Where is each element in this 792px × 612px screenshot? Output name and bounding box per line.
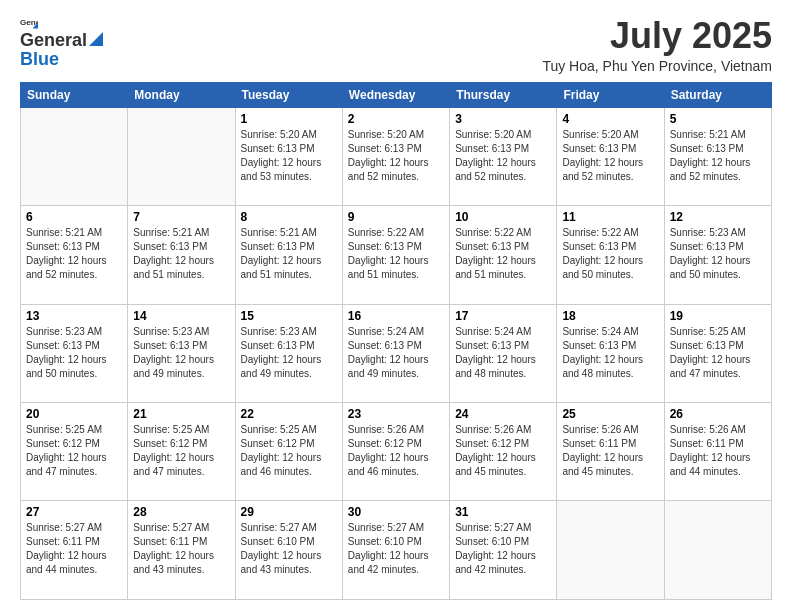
day-info: Sunrise: 5:26 AMSunset: 6:11 PMDaylight:…: [562, 423, 658, 479]
day-number: 26: [670, 407, 766, 421]
table-row: 19Sunrise: 5:25 AMSunset: 6:13 PMDayligh…: [664, 304, 771, 402]
header-tuesday: Tuesday: [235, 82, 342, 107]
day-number: 3: [455, 112, 551, 126]
table-row: 25Sunrise: 5:26 AMSunset: 6:11 PMDayligh…: [557, 403, 664, 501]
table-row: 24Sunrise: 5:26 AMSunset: 6:12 PMDayligh…: [450, 403, 557, 501]
table-row: 4Sunrise: 5:20 AMSunset: 6:13 PMDaylight…: [557, 107, 664, 205]
table-row: 12Sunrise: 5:23 AMSunset: 6:13 PMDayligh…: [664, 206, 771, 304]
table-row: 13Sunrise: 5:23 AMSunset: 6:13 PMDayligh…: [21, 304, 128, 402]
table-row: 26Sunrise: 5:26 AMSunset: 6:11 PMDayligh…: [664, 403, 771, 501]
day-number: 27: [26, 505, 122, 519]
day-number: 17: [455, 309, 551, 323]
table-row: 14Sunrise: 5:23 AMSunset: 6:13 PMDayligh…: [128, 304, 235, 402]
table-row: 21Sunrise: 5:25 AMSunset: 6:12 PMDayligh…: [128, 403, 235, 501]
day-info: Sunrise: 5:26 AMSunset: 6:11 PMDaylight:…: [670, 423, 766, 479]
day-number: 24: [455, 407, 551, 421]
day-number: 6: [26, 210, 122, 224]
day-number: 22: [241, 407, 337, 421]
subtitle: Tuy Hoa, Phu Yen Province, Vietnam: [542, 58, 772, 74]
table-row: [664, 501, 771, 600]
day-number: 8: [241, 210, 337, 224]
day-number: 2: [348, 112, 444, 126]
title-section: July 2025 Tuy Hoa, Phu Yen Province, Vie…: [542, 16, 772, 74]
day-info: Sunrise: 5:27 AMSunset: 6:10 PMDaylight:…: [455, 521, 551, 577]
table-row: 29Sunrise: 5:27 AMSunset: 6:10 PMDayligh…: [235, 501, 342, 600]
logo: General General Blue: [20, 16, 103, 70]
table-row: 8Sunrise: 5:21 AMSunset: 6:13 PMDaylight…: [235, 206, 342, 304]
header-sunday: Sunday: [21, 82, 128, 107]
day-info: Sunrise: 5:22 AMSunset: 6:13 PMDaylight:…: [562, 226, 658, 282]
day-number: 19: [670, 309, 766, 323]
day-info: Sunrise: 5:23 AMSunset: 6:13 PMDaylight:…: [26, 325, 122, 381]
table-row: [128, 107, 235, 205]
day-number: 28: [133, 505, 229, 519]
logo-blue: Blue: [20, 49, 59, 70]
calendar-week-row: 13Sunrise: 5:23 AMSunset: 6:13 PMDayligh…: [21, 304, 772, 402]
header-monday: Monday: [128, 82, 235, 107]
day-number: 12: [670, 210, 766, 224]
day-number: 25: [562, 407, 658, 421]
table-row: 6Sunrise: 5:21 AMSunset: 6:13 PMDaylight…: [21, 206, 128, 304]
table-row: [557, 501, 664, 600]
table-row: 30Sunrise: 5:27 AMSunset: 6:10 PMDayligh…: [342, 501, 449, 600]
header-wednesday: Wednesday: [342, 82, 449, 107]
day-info: Sunrise: 5:23 AMSunset: 6:13 PMDaylight:…: [670, 226, 766, 282]
day-info: Sunrise: 5:21 AMSunset: 6:13 PMDaylight:…: [670, 128, 766, 184]
calendar-table: Sunday Monday Tuesday Wednesday Thursday…: [20, 82, 772, 600]
calendar-week-row: 20Sunrise: 5:25 AMSunset: 6:12 PMDayligh…: [21, 403, 772, 501]
day-info: Sunrise: 5:24 AMSunset: 6:13 PMDaylight:…: [455, 325, 551, 381]
day-number: 5: [670, 112, 766, 126]
table-row: 1Sunrise: 5:20 AMSunset: 6:13 PMDaylight…: [235, 107, 342, 205]
table-row: 23Sunrise: 5:26 AMSunset: 6:12 PMDayligh…: [342, 403, 449, 501]
table-row: 16Sunrise: 5:24 AMSunset: 6:13 PMDayligh…: [342, 304, 449, 402]
day-info: Sunrise: 5:25 AMSunset: 6:12 PMDaylight:…: [241, 423, 337, 479]
day-info: Sunrise: 5:20 AMSunset: 6:13 PMDaylight:…: [562, 128, 658, 184]
table-row: 28Sunrise: 5:27 AMSunset: 6:11 PMDayligh…: [128, 501, 235, 600]
day-number: 21: [133, 407, 229, 421]
day-info: Sunrise: 5:25 AMSunset: 6:12 PMDaylight:…: [26, 423, 122, 479]
table-row: 3Sunrise: 5:20 AMSunset: 6:13 PMDaylight…: [450, 107, 557, 205]
table-row: 17Sunrise: 5:24 AMSunset: 6:13 PMDayligh…: [450, 304, 557, 402]
day-number: 13: [26, 309, 122, 323]
day-number: 20: [26, 407, 122, 421]
table-row: 7Sunrise: 5:21 AMSunset: 6:13 PMDaylight…: [128, 206, 235, 304]
day-number: 9: [348, 210, 444, 224]
table-row: 22Sunrise: 5:25 AMSunset: 6:12 PMDayligh…: [235, 403, 342, 501]
day-info: Sunrise: 5:22 AMSunset: 6:13 PMDaylight:…: [455, 226, 551, 282]
day-info: Sunrise: 5:24 AMSunset: 6:13 PMDaylight:…: [562, 325, 658, 381]
day-number: 29: [241, 505, 337, 519]
calendar-header-row: Sunday Monday Tuesday Wednesday Thursday…: [21, 82, 772, 107]
day-number: 14: [133, 309, 229, 323]
day-info: Sunrise: 5:21 AMSunset: 6:13 PMDaylight:…: [133, 226, 229, 282]
day-info: Sunrise: 5:20 AMSunset: 6:13 PMDaylight:…: [348, 128, 444, 184]
table-row: [21, 107, 128, 205]
day-number: 15: [241, 309, 337, 323]
header-thursday: Thursday: [450, 82, 557, 107]
day-info: Sunrise: 5:23 AMSunset: 6:13 PMDaylight:…: [133, 325, 229, 381]
day-info: Sunrise: 5:26 AMSunset: 6:12 PMDaylight:…: [348, 423, 444, 479]
day-info: Sunrise: 5:27 AMSunset: 6:11 PMDaylight:…: [133, 521, 229, 577]
svg-marker-2: [89, 32, 103, 46]
table-row: 27Sunrise: 5:27 AMSunset: 6:11 PMDayligh…: [21, 501, 128, 600]
day-number: 31: [455, 505, 551, 519]
day-number: 23: [348, 407, 444, 421]
logo-general: General: [20, 30, 87, 51]
day-info: Sunrise: 5:20 AMSunset: 6:13 PMDaylight:…: [241, 128, 337, 184]
table-row: 2Sunrise: 5:20 AMSunset: 6:13 PMDaylight…: [342, 107, 449, 205]
main-title: July 2025: [542, 16, 772, 56]
calendar-week-row: 6Sunrise: 5:21 AMSunset: 6:13 PMDaylight…: [21, 206, 772, 304]
day-info: Sunrise: 5:25 AMSunset: 6:13 PMDaylight:…: [670, 325, 766, 381]
table-row: 9Sunrise: 5:22 AMSunset: 6:13 PMDaylight…: [342, 206, 449, 304]
table-row: 18Sunrise: 5:24 AMSunset: 6:13 PMDayligh…: [557, 304, 664, 402]
logo-triangle-icon: [89, 32, 103, 46]
table-row: 31Sunrise: 5:27 AMSunset: 6:10 PMDayligh…: [450, 501, 557, 600]
day-info: Sunrise: 5:23 AMSunset: 6:13 PMDaylight:…: [241, 325, 337, 381]
table-row: 11Sunrise: 5:22 AMSunset: 6:13 PMDayligh…: [557, 206, 664, 304]
day-info: Sunrise: 5:27 AMSunset: 6:11 PMDaylight:…: [26, 521, 122, 577]
table-row: 10Sunrise: 5:22 AMSunset: 6:13 PMDayligh…: [450, 206, 557, 304]
day-info: Sunrise: 5:22 AMSunset: 6:13 PMDaylight:…: [348, 226, 444, 282]
page: General General Blue July 2025 Tuy Hoa, …: [0, 0, 792, 612]
table-row: 20Sunrise: 5:25 AMSunset: 6:12 PMDayligh…: [21, 403, 128, 501]
header-friday: Friday: [557, 82, 664, 107]
day-info: Sunrise: 5:26 AMSunset: 6:12 PMDaylight:…: [455, 423, 551, 479]
